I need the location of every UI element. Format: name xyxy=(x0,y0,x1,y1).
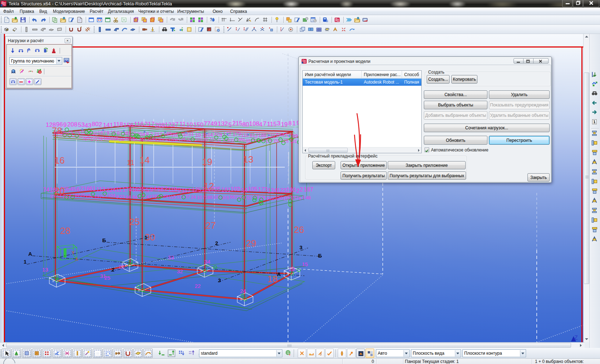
svg-text:24: 24 xyxy=(191,194,196,200)
svg-text:77: 77 xyxy=(204,120,210,127)
svg-text:8: 8 xyxy=(298,196,301,201)
svg-text:3: 3 xyxy=(302,195,304,200)
svg-text:27: 27 xyxy=(205,220,216,231)
svg-text:2: 2 xyxy=(215,240,218,246)
svg-text:119: 119 xyxy=(283,196,290,201)
svg-text:8: 8 xyxy=(288,120,292,127)
svg-text:2: 2 xyxy=(164,186,168,192)
svg-text:4: 4 xyxy=(155,137,157,142)
svg-text:5: 5 xyxy=(142,186,145,192)
svg-text:4: 4 xyxy=(244,187,248,193)
svg-text:44: 44 xyxy=(279,132,285,138)
svg-text:9: 9 xyxy=(178,187,181,193)
svg-text:29: 29 xyxy=(163,194,168,199)
svg-text:2: 2 xyxy=(300,186,303,193)
svg-text:79: 79 xyxy=(98,137,103,142)
svg-text:34: 34 xyxy=(204,259,210,265)
svg-text:X: X xyxy=(52,280,54,283)
svg-text:1: 1 xyxy=(144,234,147,240)
svg-text:25: 25 xyxy=(80,193,85,198)
svg-text:43: 43 xyxy=(165,137,170,142)
svg-text:105: 105 xyxy=(248,186,258,192)
svg-text:Б: Б xyxy=(318,253,322,259)
svg-text:102: 102 xyxy=(230,186,240,192)
svg-text:20: 20 xyxy=(54,185,65,196)
svg-text:1: 1 xyxy=(593,119,596,124)
svg-text:215: 215 xyxy=(232,120,242,127)
svg-text:21: 21 xyxy=(119,264,125,270)
svg-text:174: 174 xyxy=(122,186,132,193)
svg-text:43: 43 xyxy=(180,131,186,137)
svg-text:131: 131 xyxy=(290,139,297,144)
svg-text:23: 23 xyxy=(119,194,124,199)
svg-text:167: 167 xyxy=(98,130,106,136)
svg-text:2: 2 xyxy=(50,194,53,199)
svg-text:4: 4 xyxy=(69,193,71,198)
svg-text:Y: Y xyxy=(71,250,75,255)
svg-text:X: X xyxy=(138,289,140,292)
svg-text:85: 85 xyxy=(246,139,251,144)
svg-text:137: 137 xyxy=(94,194,102,199)
svg-text:9: 9 xyxy=(106,130,109,136)
svg-text:5: 5 xyxy=(70,130,73,135)
svg-text:4: 4 xyxy=(210,132,213,138)
svg-text:22: 22 xyxy=(195,283,201,289)
svg-text:29: 29 xyxy=(246,238,256,249)
svg-text:117: 117 xyxy=(182,188,191,194)
svg-text:161: 161 xyxy=(221,187,231,193)
svg-text:66: 66 xyxy=(230,194,235,200)
svg-text:201: 201 xyxy=(125,136,132,141)
svg-text:16: 16 xyxy=(54,155,65,166)
svg-text:11: 11 xyxy=(116,186,122,193)
svg-text:110: 110 xyxy=(128,131,137,136)
svg-text:2: 2 xyxy=(296,188,299,194)
svg-text:Z: Z xyxy=(574,335,578,341)
svg-text:9: 9 xyxy=(39,70,41,74)
svg-text:6: 6 xyxy=(133,137,135,142)
svg-text:124: 124 xyxy=(268,188,277,194)
svg-text:А: А xyxy=(277,271,281,277)
svg-text:X: X xyxy=(240,298,242,301)
svg-text:167: 167 xyxy=(304,186,313,193)
svg-text:18: 18 xyxy=(267,274,278,284)
svg-text:9: 9 xyxy=(63,121,66,128)
svg-text:221: 221 xyxy=(187,137,194,142)
svg-text:6: 6 xyxy=(76,186,80,193)
svg-text:2: 2 xyxy=(285,132,288,138)
svg-text:78: 78 xyxy=(52,125,62,136)
svg-text:216: 216 xyxy=(194,137,202,142)
svg-text:3: 3 xyxy=(218,277,221,283)
svg-text:63: 63 xyxy=(266,196,271,201)
svg-text:49: 49 xyxy=(210,120,217,127)
svg-text:5: 5 xyxy=(276,132,279,138)
svg-text:X: X xyxy=(200,270,202,273)
svg-text:8: 8 xyxy=(219,132,222,138)
svg-text:162: 162 xyxy=(132,186,142,193)
svg-text:12: 12 xyxy=(204,181,214,191)
svg-text:219: 219 xyxy=(111,136,118,141)
svg-text:Б: Б xyxy=(102,237,106,243)
svg-text:119: 119 xyxy=(168,186,177,193)
svg-text:32: 32 xyxy=(177,268,183,274)
svg-text:8: 8 xyxy=(117,130,120,136)
svg-text:47: 47 xyxy=(146,194,151,200)
svg-text:5: 5 xyxy=(241,188,244,194)
svg-text:23: 23 xyxy=(289,266,295,272)
svg-text:108: 108 xyxy=(249,120,259,127)
svg-text:11: 11 xyxy=(179,121,186,128)
svg-text:179: 179 xyxy=(233,131,241,137)
svg-text:19: 19 xyxy=(202,156,212,167)
svg-text:43: 43 xyxy=(85,122,91,129)
svg-text:9: 9 xyxy=(150,186,153,193)
svg-text:116: 116 xyxy=(134,121,144,128)
svg-text:15: 15 xyxy=(302,261,308,267)
svg-text:8: 8 xyxy=(116,194,119,199)
svg-text:80: 80 xyxy=(92,121,99,128)
svg-text:1: 1 xyxy=(24,259,26,265)
svg-text:1: 1 xyxy=(292,120,296,127)
svg-text:180: 180 xyxy=(202,137,209,142)
svg-text:61: 61 xyxy=(89,186,96,192)
svg-text:5: 5 xyxy=(228,121,232,128)
svg-text:10: 10 xyxy=(186,121,193,128)
svg-text:А: А xyxy=(28,251,32,257)
